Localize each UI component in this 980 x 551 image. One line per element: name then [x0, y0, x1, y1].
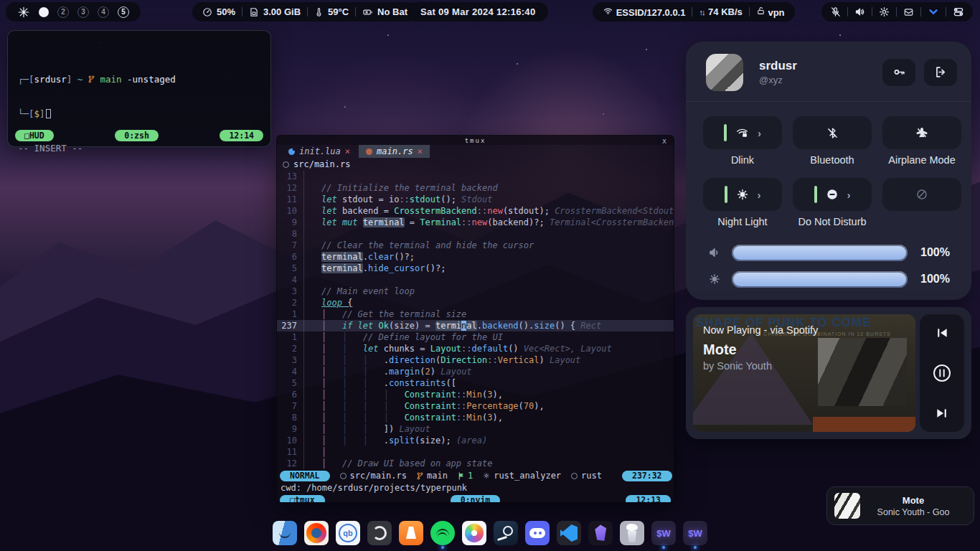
tmux-session-pill[interactable]: HUD: [15, 130, 54, 141]
toggle-do-not-disturb[interactable]: [793, 178, 872, 211]
code-line[interactable]: 13: [277, 171, 674, 182]
code-line[interactable]: 3// Main event loop: [277, 286, 674, 297]
dock-sw2-icon[interactable]: $W: [683, 521, 707, 545]
dock-sw1-icon[interactable]: $W: [651, 521, 676, 545]
brightness-slider-row: 100%: [706, 270, 971, 288]
code-line[interactable]: 10│ │ │ .split(size); (area): [277, 435, 674, 446]
editor-window[interactable]: tmux x init.lua main.rs src/main.rs 1312…: [276, 135, 674, 503]
tab-main-rs[interactable]: main.rs: [359, 145, 430, 158]
code-line[interactable]: 2loop {: [277, 297, 674, 309]
wifi-module[interactable]: ESSID/127.0.0.1: [603, 6, 685, 18]
line-number: 5: [277, 377, 304, 389]
previous-track-button[interactable]: [935, 326, 949, 340]
memory-value: 3.00 GiB: [263, 6, 301, 17]
workspace-5[interactable]: 5: [118, 6, 129, 18]
code-line[interactable]: 5│ │ │ .constraints([: [277, 377, 674, 389]
settings-gear-icon[interactable]: [879, 6, 890, 17]
code-line[interactable]: 12│ // Draw UI based on app state: [277, 458, 674, 469]
dock-vscode-icon[interactable]: [557, 521, 581, 545]
workspace-1-active[interactable]: [39, 7, 49, 17]
toggle-wifi-dlink[interactable]: [703, 116, 782, 149]
line-number: 2: [277, 343, 304, 354]
code-line[interactable]: 11let stdout = io::stdout(); Stdout: [277, 194, 674, 205]
vpn-module[interactable]: vpn: [756, 6, 785, 18]
net-speed-module: ↑↓ 74 KB/s: [699, 6, 742, 17]
next-track-button[interactable]: [935, 406, 949, 420]
chevron-right-icon[interactable]: [758, 189, 761, 201]
line-content: // Main event loop: [304, 286, 674, 297]
code-line[interactable]: 9│ │ │ ]) Layout: [277, 423, 674, 435]
tmux-window-pill[interactable]: 0:nvim: [451, 495, 501, 504]
notification-popup[interactable]: Mote Sonic Youth - Goo: [826, 486, 974, 525]
code-line-current[interactable]: 237│ if let Ok(size) = terminal.backend(…: [277, 320, 674, 331]
toggle-night-light[interactable]: [703, 178, 782, 211]
code-editor[interactable]: 1312// Initialize the terminal backend11…: [277, 171, 674, 469]
dock-icon-label: $W: [651, 521, 676, 545]
tmux-clock-pill: 12:14: [220, 130, 263, 141]
code-line[interactable]: 1│ │ // Define layout for the UI: [277, 331, 674, 343]
tmux-window-pill[interactable]: 0:zsh: [115, 130, 159, 141]
code-line[interactable]: 7│ │ │ │ Constraint::Percentage(70),: [277, 400, 674, 412]
clock-module[interactable]: Sat 09 Mar 2024 12:16:40: [407, 2, 548, 22]
mic-muted-icon[interactable]: [830, 6, 841, 17]
line-content: │ │ │ │ Constraint::Min(3),: [304, 389, 674, 400]
album-art[interactable]: SHAPE OF PUNK TO COME A CHIMERICAL BOMBI…: [693, 314, 915, 432]
chevron-right-icon[interactable]: [847, 189, 851, 201]
code-line[interactable]: 1│ // Get the terminal size: [277, 309, 674, 320]
brightness-slider[interactable]: [732, 271, 908, 288]
code-line[interactable]: 6terminal.clear()?;: [277, 251, 674, 263]
distro-logo-icon[interactable]: [17, 6, 30, 19]
workspace-3[interactable]: 3: [77, 6, 89, 18]
keyring-button[interactable]: [882, 59, 915, 86]
mail-icon[interactable]: [903, 7, 914, 17]
code-line[interactable]: 8: [277, 228, 674, 240]
code-line[interactable]: 3│ │ │ .direction(Direction::Vertical) L…: [277, 354, 674, 366]
dock-spotify-icon[interactable]: [430, 521, 455, 545]
code-line[interactable]: 6│ │ │ │ Constraint::Min(3),: [277, 389, 674, 400]
workspace-4[interactable]: 4: [98, 6, 109, 18]
brightness-value: 100%: [920, 273, 950, 286]
dock-files-icon[interactable]: [273, 521, 297, 545]
dock-obs-icon[interactable]: [367, 521, 392, 545]
statusline-branch: main: [417, 470, 448, 481]
user-header: srdusr @xyz: [686, 42, 971, 102]
logout-button[interactable]: [924, 59, 957, 86]
code-line[interactable]: 10let backend = CrosstermBackend::new(st…: [277, 205, 674, 217]
dock-steam-icon[interactable]: [494, 521, 518, 545]
dock-obsidian-icon[interactable]: [588, 521, 613, 545]
tmux-session-pill[interactable]: tmux: [280, 495, 325, 504]
tab-close-icon[interactable]: [345, 146, 350, 157]
volume-icon[interactable]: [854, 6, 865, 17]
dock-qbittorrent-icon[interactable]: qb: [336, 521, 360, 545]
chevron-down-icon[interactable]: [928, 6, 939, 17]
chevron-right-icon[interactable]: [758, 127, 761, 139]
dock-photos-icon[interactable]: [462, 521, 486, 545]
dock-trash-icon[interactable]: [620, 521, 644, 545]
toggle-airplane-mode[interactable]: [882, 116, 961, 149]
dock-firefox-icon[interactable]: [304, 521, 329, 545]
window-close-button[interactable]: x: [662, 136, 666, 147]
code-line[interactable]: 2│ │ let chunks = Layout::default() Vec<…: [277, 343, 674, 354]
terminal-window[interactable]: ┌─[srdusr] ~ main -unstaged └─[$] -- INS…: [7, 30, 271, 147]
dock-vlc-icon[interactable]: [399, 521, 423, 545]
code-line[interactable]: 9let mut terminal = Terminal::new(backen…: [277, 217, 674, 228]
window-titlebar[interactable]: tmux x: [277, 136, 674, 145]
window-title: tmux: [465, 135, 486, 146]
code-line[interactable]: 7// Clear the terminal and hide the curs…: [277, 240, 674, 251]
code-line[interactable]: 4: [277, 274, 674, 286]
code-line[interactable]: 5terminal.hide_cursor()?;: [277, 263, 674, 274]
dock-discord-icon[interactable]: [525, 521, 550, 545]
volume-slider[interactable]: [732, 245, 908, 261]
code-line[interactable]: 8│ │ │ │ Constraint::Min(3),: [277, 412, 674, 423]
workspace-2[interactable]: 2: [57, 6, 69, 18]
tab-close-icon[interactable]: [418, 146, 423, 157]
pause-button[interactable]: [932, 363, 952, 383]
code-line[interactable]: 4│ │ │ .margin(2) Layout: [277, 366, 674, 377]
code-line[interactable]: 12// Initialize the terminal backend: [277, 182, 674, 194]
toggles-icon[interactable]: [953, 6, 964, 17]
code-line[interactable]: 11│: [277, 446, 674, 458]
avatar[interactable]: [706, 54, 743, 91]
tab-init-lua[interactable]: init.lua: [281, 145, 357, 158]
toggle-bluetooth[interactable]: [793, 116, 872, 149]
toggle-blank[interactable]: [882, 178, 961, 211]
